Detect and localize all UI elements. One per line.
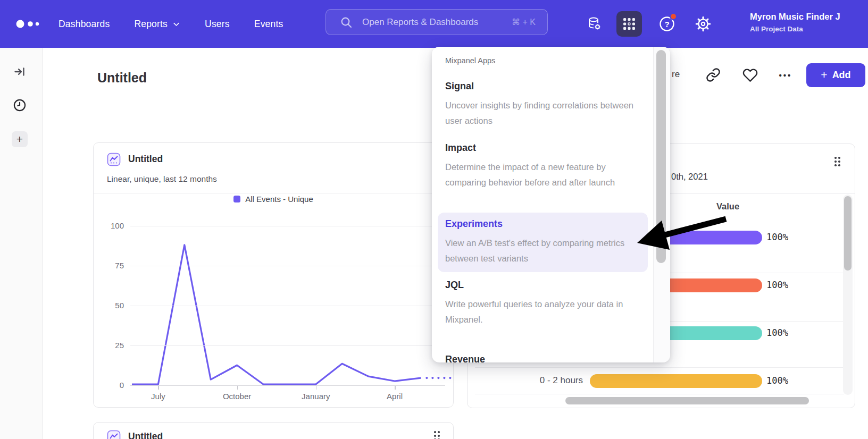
- settings-button[interactable]: [690, 11, 716, 37]
- metric-percentage: 100%: [766, 327, 788, 338]
- nav-link-reports[interactable]: Reports: [134, 19, 180, 30]
- apps-grid-icon: [622, 16, 637, 31]
- search-icon: [340, 16, 353, 29]
- metrics-date-partial: 0th, 2021: [671, 172, 708, 182]
- gridline: [130, 226, 445, 226]
- add-button[interactable]: + Add: [806, 63, 865, 87]
- value-column-header: Value: [716, 201, 739, 212]
- apps-launcher-button[interactable]: [616, 11, 642, 37]
- nav-link-events[interactable]: Events: [254, 19, 283, 30]
- drag-handle-icon[interactable]: [834, 157, 840, 166]
- mixpanel-logo-icon[interactable]: [15, 18, 48, 30]
- x-axis-tick: [395, 386, 396, 390]
- expand-sidebar-button[interactable]: [12, 64, 28, 80]
- arrow-to-bar-icon: [13, 65, 26, 78]
- line-chart-icon: [107, 430, 121, 439]
- metric-percentage: 100%: [766, 280, 788, 290]
- plus-icon: +: [821, 69, 827, 81]
- apps-menu-item-desc: Determine the impact of a new feature by…: [445, 159, 643, 190]
- apps-menu-item-desc: Write powerful queries to analyze your d…: [445, 297, 643, 327]
- heart-icon: [742, 67, 758, 83]
- metric-percentage: 100%: [766, 232, 788, 242]
- search-placeholder: Open Reports & Dashboards: [362, 17, 512, 28]
- nav-link-users[interactable]: Users: [205, 19, 230, 30]
- apps-menu-item-jql[interactable]: JQL: [445, 280, 464, 291]
- top-nav: DashboardsReportsUsersEvents Open Report…: [0, 0, 868, 48]
- user-name: Myron Music Finder J: [750, 12, 868, 22]
- metric-bar[interactable]: [590, 374, 762, 388]
- plus-icon: +: [16, 133, 23, 146]
- apps-menu-header: Mixpanel Apps: [445, 56, 495, 65]
- gridline: [130, 345, 445, 346]
- y-axis-label: 0: [100, 381, 124, 390]
- user-menu[interactable]: Myron Music Finder J All Project Data: [750, 12, 868, 33]
- svg-text:?: ?: [664, 20, 669, 29]
- vertical-scrollbar[interactable]: [843, 195, 853, 395]
- copy-link-button[interactable]: [705, 66, 722, 83]
- x-axis-tick: [158, 386, 159, 390]
- y-axis-label: 100: [100, 221, 124, 230]
- gridline: [130, 385, 445, 386]
- menu-scrollbar-thumb[interactable]: [656, 50, 666, 263]
- vertical-scrollbar-thumb[interactable]: [844, 196, 852, 271]
- apps-menu-item-impact[interactable]: Impact: [445, 142, 476, 154]
- apps-dropdown-menu: Mixpanel Apps SignalUncover insights by …: [432, 47, 670, 362]
- nav-links: DashboardsReportsUsersEvents: [59, 0, 283, 48]
- x-axis-label: April: [371, 392, 419, 401]
- insight-card-2: Untitled: [93, 422, 454, 439]
- chevron-down-icon: [172, 20, 180, 28]
- notification-dot: [670, 13, 677, 20]
- favorite-button[interactable]: [741, 66, 758, 83]
- add-board-button[interactable]: +: [12, 131, 28, 147]
- line-series: [94, 143, 454, 408]
- x-axis-label: October: [213, 392, 261, 401]
- project-name: All Project Data: [750, 25, 868, 33]
- settings-gear-icon: [695, 15, 712, 32]
- gridline: [130, 306, 445, 306]
- left-sidebar: +: [0, 48, 43, 439]
- recent-history-button[interactable]: [12, 97, 28, 113]
- database-gear-icon: [586, 15, 603, 32]
- row-separator: [475, 394, 844, 394]
- page-title: Untitled: [97, 70, 147, 86]
- mixpanel-app: DashboardsReportsUsersEvents Open Report…: [0, 0, 868, 439]
- apps-menu-item-signal[interactable]: Signal: [445, 81, 474, 92]
- insight-card-2-title[interactable]: Untitled: [128, 431, 163, 439]
- drag-handle-icon[interactable]: [434, 431, 440, 439]
- y-axis-label: 50: [100, 301, 124, 310]
- x-axis-label: January: [292, 392, 340, 401]
- more-options-button[interactable]: •••: [777, 66, 794, 83]
- x-axis-tick: [316, 386, 317, 390]
- x-axis-tick: [237, 386, 238, 390]
- gridline: [130, 266, 445, 266]
- row-separator: [475, 367, 844, 368]
- share-button-partial[interactable]: re: [672, 69, 680, 80]
- clock-icon: [13, 98, 27, 112]
- insight-card: Untitled Linear, unique, last 12 months …: [93, 142, 454, 408]
- apps-menu-item-experiments[interactable]: Experiments: [445, 218, 503, 230]
- link-icon: [706, 67, 721, 82]
- add-button-label: Add: [832, 70, 851, 81]
- apps-menu-item-desc: Uncover insights by finding correlations…: [445, 98, 643, 129]
- apps-menu-item-revenue[interactable]: Revenue: [445, 354, 485, 362]
- data-management-button[interactable]: [581, 11, 607, 37]
- nav-link-dashboards[interactable]: Dashboards: [59, 19, 110, 30]
- search-shortcut-hint: ⌘ + K: [512, 17, 536, 27]
- y-axis-label: 75: [100, 261, 124, 270]
- metric-row-label: 0 - 2 hours: [487, 375, 583, 386]
- metric-percentage: 100%: [766, 375, 788, 386]
- apps-menu-item-desc: View an A/B test's effect by comparing m…: [445, 235, 643, 266]
- x-axis-label: July: [134, 392, 182, 401]
- horizontal-scrollbar-thumb[interactable]: [565, 397, 809, 404]
- y-axis-label: 25: [100, 341, 124, 350]
- search-input[interactable]: Open Reports & Dashboards ⌘ + K: [326, 9, 548, 35]
- line-chart-plot: 0255075100JulyOctoberJanuaryApril: [94, 143, 454, 408]
